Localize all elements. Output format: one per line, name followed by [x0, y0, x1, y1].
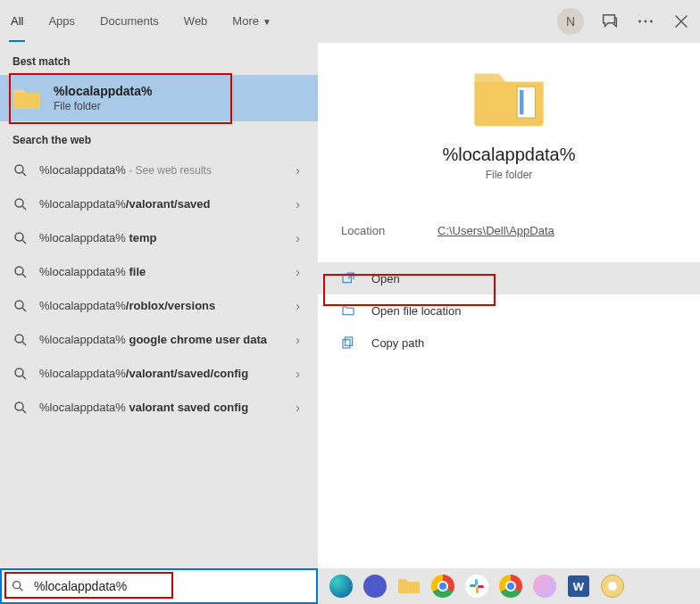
taskbar-snip-icon[interactable]: [530, 572, 559, 600]
action-copy-path[interactable]: Copy path: [318, 327, 700, 359]
web-result-item[interactable]: %localappdata%/roblox/versions›: [0, 289, 318, 323]
web-result-text: %localappdata% file: [39, 264, 290, 280]
web-result-item[interactable]: %localappdata% google chrome user data›: [0, 323, 318, 357]
search-value: %localappdata%: [34, 579, 127, 593]
folder-large-icon: [470, 64, 548, 132]
folder-open-icon: [341, 303, 355, 318]
tab-more[interactable]: More▼: [230, 2, 273, 42]
svg-rect-19: [476, 587, 479, 593]
svg-rect-18: [470, 584, 476, 587]
user-avatar[interactable]: N: [557, 8, 584, 35]
search-icon: [11, 579, 25, 593]
search-icon: [12, 332, 29, 348]
web-result-text: %localappdata% temp: [39, 230, 290, 246]
feedback-icon[interactable]: [600, 12, 620, 31]
taskbar-explorer-icon[interactable]: [395, 572, 423, 600]
chevron-right-icon[interactable]: ›: [290, 265, 305, 279]
taskbar-paint-icon[interactable]: [598, 572, 627, 600]
web-result-item[interactable]: %localappdata% temp›: [0, 221, 318, 255]
location-label: Location: [341, 224, 438, 237]
web-result-item[interactable]: %localappdata% - See web results›: [0, 153, 318, 187]
svg-point-9: [15, 368, 23, 376]
svg-rect-20: [478, 585, 484, 588]
open-icon: [341, 271, 355, 285]
preview-title: %localappdata%: [443, 145, 576, 165]
search-icon: [12, 366, 29, 382]
taskbar-teams-icon[interactable]: [361, 572, 389, 600]
top-tabs-bar: All Apps Documents Web More▼ N: [0, 0, 700, 43]
results-panel: Best match %localappdata% File folder Se…: [0, 43, 318, 604]
svg-point-10: [15, 402, 23, 410]
web-results-list: %localappdata% - See web results›%locala…: [0, 153, 318, 425]
location-link[interactable]: C:\Users\Dell\AppData: [438, 224, 554, 237]
action-open-location[interactable]: Open file location: [318, 294, 700, 327]
web-result-text: %localappdata%/valorant/saved: [39, 196, 290, 212]
taskbar-edge-icon[interactable]: [327, 572, 355, 600]
search-web-label: Search the web: [0, 121, 318, 153]
search-input[interactable]: %localappdata%: [0, 568, 318, 604]
search-icon: [12, 400, 29, 416]
chevron-right-icon[interactable]: ›: [290, 333, 305, 347]
taskbar-chrome-icon[interactable]: [429, 572, 457, 600]
preview-subtitle: File folder: [486, 169, 533, 181]
web-result-item[interactable]: %localappdata% file›: [0, 255, 318, 289]
taskbar-word-icon[interactable]: W: [564, 572, 593, 600]
web-result-item[interactable]: %localappdata%/valorant/saved/config›: [0, 357, 318, 391]
web-result-text: %localappdata%/valorant/saved/config: [39, 366, 290, 382]
taskbar: W: [318, 568, 700, 604]
tab-apps[interactable]: Apps: [46, 2, 77, 42]
search-icon: [12, 162, 29, 178]
web-result-text: %localappdata% google chrome user data: [39, 332, 290, 348]
svg-rect-17: [475, 579, 478, 585]
copy-icon: [341, 335, 355, 350]
best-match-label: Best match: [0, 43, 318, 75]
search-icon: [12, 298, 29, 314]
svg-point-3: [15, 165, 23, 173]
more-options-icon[interactable]: [636, 12, 655, 31]
svg-point-4: [15, 199, 23, 207]
action-copy-path-label: Copy path: [371, 336, 424, 350]
action-open[interactable]: Open: [318, 262, 700, 294]
chevron-right-icon[interactable]: ›: [290, 163, 305, 178]
svg-rect-14: [346, 337, 353, 345]
preview-panel: %localappdata% File folder Location C:\U…: [318, 43, 700, 604]
action-open-location-label: Open file location: [371, 304, 461, 318]
svg-rect-15: [343, 340, 350, 348]
chevron-right-icon[interactable]: ›: [290, 367, 305, 381]
tab-documents[interactable]: Documents: [98, 2, 161, 42]
best-match-subtitle: File folder: [54, 100, 152, 112]
taskbar-slack-icon[interactable]: [462, 572, 491, 600]
svg-rect-13: [343, 274, 351, 282]
action-open-label: Open: [371, 272, 400, 285]
close-icon[interactable]: [671, 12, 691, 31]
search-icon: [12, 196, 29, 212]
search-icon: [12, 264, 29, 280]
svg-point-7: [15, 301, 23, 309]
svg-rect-12: [520, 90, 524, 114]
web-result-text: %localappdata%/roblox/versions: [39, 298, 290, 314]
chevron-right-icon[interactable]: ›: [290, 401, 305, 415]
chevron-right-icon[interactable]: ›: [290, 197, 305, 211]
tab-all[interactable]: All: [9, 2, 25, 42]
svg-point-16: [13, 582, 21, 589]
best-match-item[interactable]: %localappdata% File folder: [0, 75, 318, 121]
folder-icon: [12, 86, 41, 111]
chevron-down-icon: ▼: [262, 17, 271, 27]
web-result-text: %localappdata% valorant saved config: [39, 400, 290, 416]
taskbar-chrome2-icon[interactable]: [496, 572, 525, 600]
web-result-item[interactable]: %localappdata%/valorant/saved›: [0, 187, 318, 221]
svg-point-6: [15, 267, 23, 275]
web-result-text: %localappdata% - See web results: [39, 162, 290, 178]
chevron-right-icon[interactable]: ›: [290, 299, 305, 313]
svg-point-0: [638, 21, 641, 23]
web-result-item[interactable]: %localappdata% valorant saved config›: [0, 391, 318, 425]
svg-point-5: [15, 233, 23, 241]
svg-point-8: [15, 335, 23, 343]
chevron-right-icon[interactable]: ›: [290, 231, 305, 245]
search-icon: [12, 230, 29, 246]
tab-web[interactable]: Web: [182, 2, 210, 42]
svg-point-2: [650, 21, 653, 23]
best-match-title: %localappdata%: [54, 84, 152, 98]
svg-point-1: [645, 21, 647, 23]
